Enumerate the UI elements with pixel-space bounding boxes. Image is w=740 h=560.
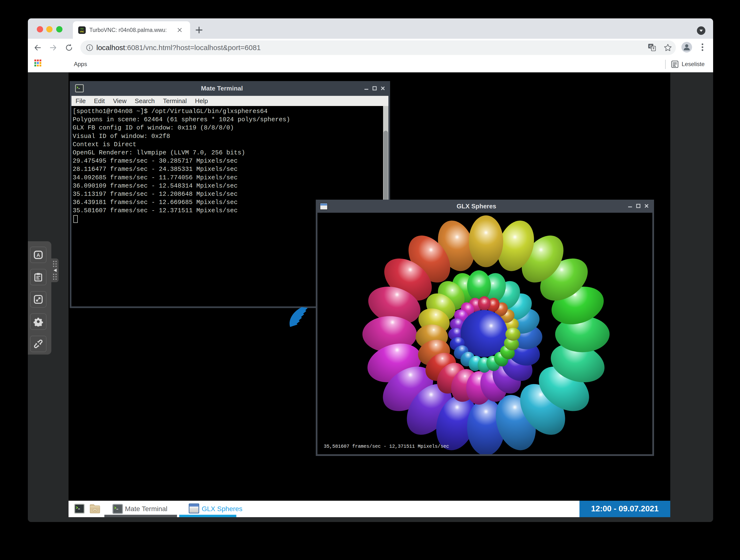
svg-text:A: A [36, 252, 40, 258]
svg-text:no: no [80, 27, 84, 30]
svg-text:VNC: VNC [80, 30, 84, 33]
